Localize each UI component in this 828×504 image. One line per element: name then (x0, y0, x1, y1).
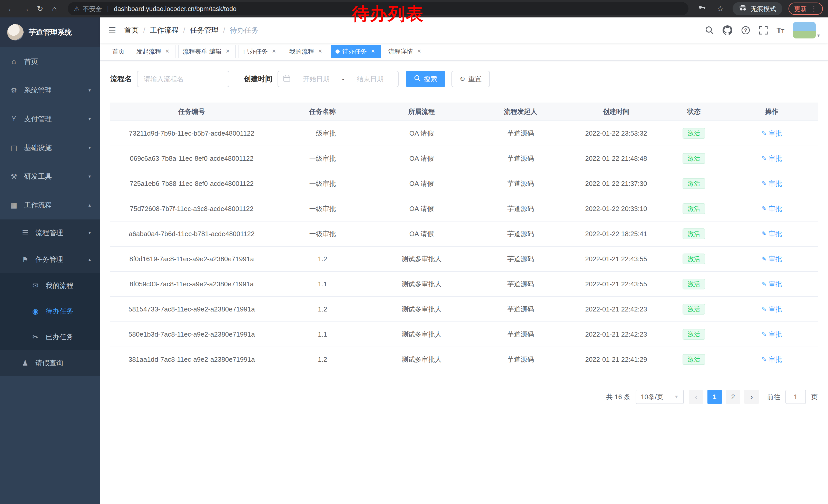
approve-button[interactable]: ✎审批 (761, 179, 782, 188)
view-tag[interactable]: 流程表单-编辑× (178, 45, 236, 58)
workflow-icon: ▦ (9, 201, 18, 210)
view-tag[interactable]: 我的流程× (285, 45, 328, 58)
avatar[interactable] (793, 22, 816, 39)
filter-bar: 流程名 创建时间 开始日期 - 结束日期 (110, 71, 818, 87)
sidebar-item-my-process[interactable]: ✉我的流程 (0, 273, 100, 299)
task-id-cell: a6aba0a4-7b6d-11ec-b781-acde48001122 (110, 230, 273, 238)
breadcrumb-separator: / (143, 26, 145, 34)
edit-icon: ✎ (761, 356, 767, 363)
status-cell: 激活 (662, 279, 726, 289)
app-logo-row[interactable]: 芋道管理系统 (0, 17, 100, 47)
chevron-down-icon: ▾ (88, 145, 91, 150)
task-name-cell: 一级审批 (273, 154, 372, 163)
approve-button[interactable]: ✎审批 (761, 330, 782, 339)
sidebar-item-devtools[interactable]: ⚒研发工具▾ (0, 162, 100, 191)
user-menu[interactable]: ▾ (793, 22, 820, 39)
sidebar-item-workflow[interactable]: ▦工作流程▴ (0, 191, 100, 220)
status-cell: 激活 (662, 304, 726, 315)
page-button-1[interactable]: 1 (707, 390, 722, 404)
goto-label: 前往 (767, 393, 780, 402)
breadcrumb-item[interactable]: 工作流程 (150, 26, 178, 35)
approve-button[interactable]: ✎审批 (761, 355, 782, 364)
start-date-placeholder: 开始日期 (293, 75, 339, 84)
sidebar-item-label: 系统管理 (24, 86, 88, 95)
sidebar-item-done-task[interactable]: ✂已办任务 (0, 324, 100, 350)
starter-cell: 芋道源码 (471, 255, 570, 264)
key-icon[interactable] (696, 3, 708, 15)
font-size-icon[interactable]: TT (777, 26, 784, 35)
column-header: 状态 (662, 107, 726, 116)
home-button[interactable]: ⌂ (48, 3, 60, 15)
sidebar-item-system-manage[interactable]: ⚙系统管理▾ (0, 76, 100, 104)
status-cell: 激活 (662, 354, 726, 365)
collapse-sidebar-button[interactable]: ☰ (108, 25, 116, 35)
back-button[interactable]: ← (5, 3, 17, 15)
sidebar-item-home[interactable]: ⌂首页 (0, 47, 100, 76)
github-icon[interactable] (722, 26, 732, 35)
close-icon[interactable]: × (224, 48, 232, 55)
edit-icon: ✎ (761, 130, 767, 137)
security-label: 不安全 (83, 5, 102, 13)
status-cell: 激活 (662, 178, 726, 189)
approve-button[interactable]: ✎审批 (761, 280, 782, 289)
sidebar-item-payment-manage[interactable]: ¥支付管理▾ (0, 104, 100, 133)
close-icon[interactable]: × (317, 48, 324, 55)
column-header: 任务名称 (273, 107, 372, 116)
view-tag[interactable]: 发起流程× (132, 45, 175, 58)
view-tag[interactable]: 已办任务× (239, 45, 282, 58)
date-range-picker[interactable]: 开始日期 - 结束日期 (278, 71, 399, 87)
breadcrumb-item[interactable]: 任务管理 (190, 26, 218, 35)
process-cell: OA 请假 (372, 154, 471, 163)
close-icon[interactable]: × (271, 48, 278, 55)
search-icon[interactable] (705, 26, 714, 35)
goto-page-input[interactable] (785, 390, 806, 404)
close-icon[interactable]: × (416, 48, 423, 55)
prev-page-button[interactable]: ‹ (689, 390, 703, 404)
page-button-2[interactable]: 2 (726, 390, 740, 404)
status-cell: 激活 (662, 128, 726, 139)
sidebar-item-leave-query[interactable]: ♟请假查询 (0, 350, 100, 376)
view-tag[interactable]: 流程详情× (384, 45, 427, 58)
approve-button[interactable]: ✎审批 (761, 154, 782, 163)
help-icon[interactable]: ? (741, 26, 750, 35)
update-pill[interactable]: 更新 ⋮ (788, 3, 823, 15)
task-name-cell: 一级审批 (273, 229, 372, 238)
starter-cell: 芋道源码 (471, 355, 570, 364)
breadcrumb-item: 待办任务 (230, 26, 258, 35)
process-name-input[interactable] (137, 71, 229, 87)
status-badge: 激活 (682, 329, 705, 340)
page-size-select[interactable]: 10条/页 ▼ (636, 390, 684, 404)
table-row: 8f0d1619-7ac8-11ec-a9e2-a2380e71991a1.2测… (110, 246, 818, 272)
app-logo-icon (7, 24, 24, 41)
edit-icon: ✎ (761, 306, 767, 313)
approve-button[interactable]: ✎审批 (761, 305, 782, 314)
reset-icon: ↻ (460, 75, 465, 83)
chevron-down-icon: ▾ (88, 116, 91, 122)
approve-button[interactable]: ✎审批 (761, 255, 782, 264)
edit-icon: ✎ (761, 205, 767, 212)
reset-button[interactable]: ↻ 重置 (451, 71, 490, 87)
view-tag[interactable]: 首页 (108, 45, 129, 58)
sidebar-item-task-manage[interactable]: ⚑任务管理▴ (0, 246, 100, 273)
forward-button[interactable]: → (19, 3, 32, 15)
approve-button[interactable]: ✎审批 (761, 229, 782, 238)
star-icon[interactable]: ☆ (714, 3, 727, 15)
search-button[interactable]: 搜索 (406, 71, 445, 87)
next-page-button[interactable]: › (744, 390, 759, 404)
sidebar-item-todo-task[interactable]: ◉待办任务 (0, 299, 100, 324)
view-tag[interactable]: 待办任务× (331, 45, 381, 58)
breadcrumb-item[interactable]: 首页 (124, 26, 138, 35)
sidebar-item-process-manage[interactable]: ☰流程管理▾ (0, 220, 100, 246)
close-icon[interactable]: × (369, 48, 377, 55)
fullscreen-icon[interactable] (759, 26, 768, 35)
done-task-icon: ✂ (31, 333, 40, 341)
refresh-button[interactable]: ↻ (34, 3, 46, 15)
end-date-placeholder: 结束日期 (347, 75, 393, 84)
approve-button[interactable]: ✎审批 (761, 129, 782, 138)
approve-button[interactable]: ✎审批 (761, 204, 782, 213)
sidebar-item-label: 流程管理 (35, 228, 88, 237)
sidebar-item-infrastructure[interactable]: ▤基础设施▾ (0, 133, 100, 162)
more-menu-icon[interactable]: ⋮ (811, 5, 817, 13)
close-icon[interactable]: × (164, 48, 171, 55)
tag-label: 首页 (112, 47, 125, 56)
